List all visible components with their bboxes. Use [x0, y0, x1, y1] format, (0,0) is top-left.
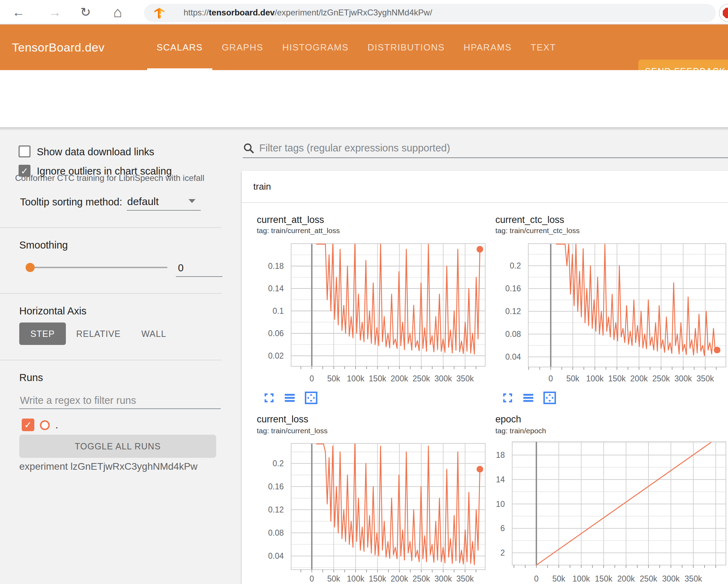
horizontal-axis-label: Horizontal Axis	[19, 305, 87, 317]
ignore-outliers-label: Ignore outliers in chart scaling	[37, 165, 172, 177]
sidebar-divider	[0, 293, 221, 294]
sidebar-divider	[0, 227, 221, 228]
filter-tags-input[interactable]: Filter tags (regular expressions support…	[259, 142, 450, 154]
tab-bar: SCALARSGRAPHSHISTOGRAMSDISTRIBUTIONSHPAR…	[147, 25, 565, 70]
chart-actions-current-att-loss	[263, 391, 318, 405]
ignore-outliers-checkbox[interactable]: ✓	[19, 165, 30, 177]
chart-canvas-current_ctc_loss[interactable]	[528, 244, 726, 367]
tab-distributions[interactable]: DISTRIBUTIONS	[358, 25, 454, 70]
smoothing-value[interactable]: 0	[178, 262, 184, 274]
x-tick-label: 350k	[448, 374, 482, 383]
axis-relative-button[interactable]: RELATIVE	[75, 322, 122, 345]
y-tick-label: 0.12	[256, 505, 284, 515]
run-checkbox[interactable]: ✓	[22, 419, 34, 431]
y-tick-label: 14	[477, 475, 505, 484]
y-tick-label: 0.08	[493, 329, 521, 339]
runs-filter-input[interactable]: Write a regex to filter runs	[20, 395, 136, 406]
url-path: /experiment/lzGnETjwRxC3yghNMd4kPw/	[275, 8, 432, 17]
chevron-down-icon[interactable]	[188, 199, 195, 203]
browser-reload-icon[interactable]: ↻	[77, 4, 94, 21]
y-tick-label: 0.16	[493, 284, 521, 293]
fit-to-data-icon[interactable]	[304, 391, 318, 405]
chart-title-current-att-loss: current_att_loss	[257, 215, 324, 225]
x-tick-label: 350k	[677, 574, 710, 584]
smoothing-slider-track[interactable]	[30, 267, 167, 268]
chart-title-current-loss: current_loss	[257, 414, 308, 425]
chart-tag-current-ctc-loss: tag: train/current_ctc_loss	[495, 226, 579, 235]
search-icon	[243, 142, 255, 154]
y-tick-label: 0.2	[256, 459, 284, 468]
chart-canvas-current_loss[interactable]	[291, 443, 485, 570]
y-tick-label: 0.1	[256, 306, 284, 316]
y-tick-label: 0.18	[256, 261, 284, 271]
chart-options-icon[interactable]	[283, 392, 296, 404]
extension-badge[interactable]	[719, 4, 728, 22]
tag-group-title[interactable]: train	[253, 181, 271, 192]
tab-scalars[interactable]: SCALARS	[147, 25, 212, 70]
y-tick-label: 6	[477, 523, 505, 533]
y-tick-label: 10	[477, 499, 505, 509]
stop-octagon-icon	[722, 7, 728, 19]
x-tick-label: 350k	[448, 574, 482, 584]
y-tick-label: 0.12	[493, 306, 521, 316]
tab-graphs[interactable]: GRAPHS	[212, 25, 273, 70]
tab-histograms[interactable]: HISTOGRAMS	[273, 25, 358, 70]
chart-options-icon[interactable]	[522, 392, 535, 404]
tooltip-sorting-label: Tooltip sorting method:	[20, 196, 122, 208]
y-tick-label: 0.14	[256, 284, 284, 293]
url-text[interactable]: https://tensorboard.dev/experiment/lzGnE…	[184, 7, 432, 18]
expand-chart-icon[interactable]	[502, 392, 514, 404]
url-domain: tensorboard.dev	[209, 8, 275, 17]
experiment-id-label: experiment lzGnETjwRxC3yghNMd4kPw	[19, 461, 198, 472]
chart-title-current-ctc-loss: current_ctc_loss	[495, 215, 564, 225]
chart-title-epoch: epoch	[495, 414, 521, 425]
axis-wall-button[interactable]: WALL	[138, 322, 170, 345]
y-tick-label: 0.2	[493, 261, 521, 271]
app-logo[interactable]: TensorBoard.dev	[12, 25, 105, 70]
app-header: TensorBoard.dev SCALARSGRAPHSHISTOGRAMSD…	[0, 25, 728, 70]
run-label: .	[55, 419, 58, 431]
runs-section-label: Runs	[19, 372, 43, 383]
browser-toolbar: ← → ↻ ⌂ https://tensorboard.dev/experime…	[0, 0, 728, 25]
tensorboard-favicon	[153, 8, 165, 19]
header-shadow	[0, 127, 728, 130]
expand-chart-icon[interactable]	[263, 392, 275, 404]
y-tick-label: 2	[477, 548, 505, 558]
chart-actions-current-ctc-loss	[502, 391, 556, 405]
runs-filter-underline	[19, 408, 221, 409]
y-tick-label: 0.04	[256, 551, 284, 561]
show-download-links-checkbox[interactable]	[19, 145, 30, 157]
y-tick-label: 0.06	[256, 328, 284, 338]
run-color-swatch[interactable]	[40, 420, 50, 430]
y-tick-label: 0.08	[256, 528, 284, 538]
card-divider	[242, 202, 728, 203]
sidebar-divider	[0, 360, 221, 360]
tab-hparams[interactable]: HPARAMS	[454, 25, 521, 70]
y-tick-label: 0.02	[256, 351, 284, 361]
smoothing-value-underline	[176, 276, 222, 277]
smoothing-slider-thumb[interactable]	[26, 263, 35, 272]
tooltip-sorting-underline	[127, 210, 201, 211]
browser-back-icon[interactable]: ←	[10, 4, 27, 21]
browser-home-icon[interactable]: ⌂	[109, 4, 126, 21]
y-tick-label: 0.04	[493, 352, 521, 362]
x-tick-label: 350k	[688, 374, 722, 383]
axis-step-button[interactable]: STEP	[19, 322, 66, 345]
toggle-all-runs-button[interactable]: TOGGLE ALL RUNS	[19, 435, 216, 458]
smoothing-label: Smoothing	[19, 239, 68, 251]
chart-tag-epoch: tag: train/epoch	[495, 427, 546, 435]
tooltip-sorting-select[interactable]: default	[127, 196, 159, 208]
url-prefix: https://	[184, 8, 209, 17]
chart-tag-current-att-loss: tag: train/current_att_loss	[257, 226, 340, 235]
chart-tag-current-loss: tag: train/current_loss	[257, 427, 328, 435]
browser-forward-icon[interactable]: →	[46, 4, 64, 21]
y-tick-label: 18	[477, 450, 505, 460]
tab-text[interactable]: TEXT	[521, 25, 565, 70]
fit-to-data-icon[interactable]	[543, 391, 556, 405]
chart-canvas-epoch[interactable]	[512, 442, 726, 565]
chart-canvas-current_att_loss[interactable]	[291, 244, 485, 366]
filter-tags-underline	[243, 157, 728, 158]
experiment-subtitle-strip: Conformer CTC training for LibriSpeech w…	[0, 70, 728, 129]
y-tick-label: 0.16	[256, 482, 284, 491]
show-download-links-label: Show data download links	[37, 146, 154, 158]
